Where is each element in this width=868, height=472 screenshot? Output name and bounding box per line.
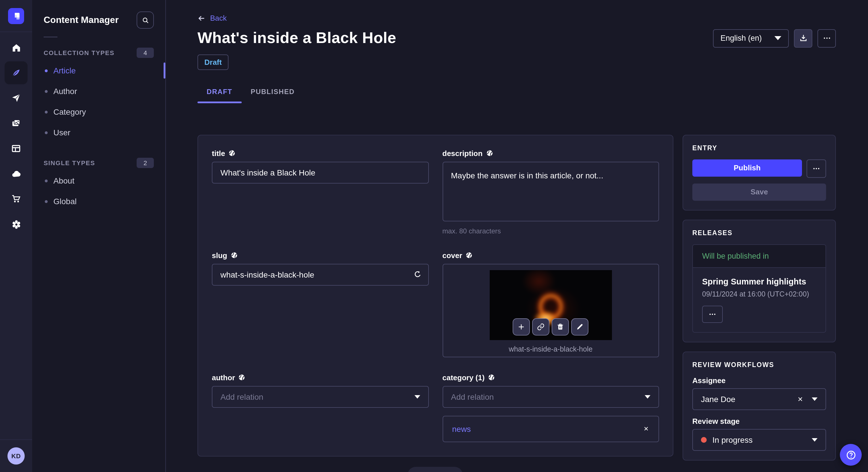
strapi-logo-glyph	[11, 11, 21, 21]
rail-item-releases[interactable]	[5, 87, 28, 109]
field-cover-label: cover	[442, 251, 462, 260]
sidebar-item-about[interactable]: About	[32, 170, 165, 191]
images-icon	[11, 118, 21, 129]
collapsed-component-pill[interactable]	[408, 467, 463, 472]
tab-label: DRAFT	[207, 88, 232, 96]
content-manager-sidebar: Content Manager COLLECTION TYPES 4 Artic…	[32, 0, 166, 472]
entry-panel: ENTRY Publish Save	[683, 134, 836, 210]
category-selected-item: news	[442, 415, 659, 442]
assignee-label: Assignee	[692, 376, 826, 384]
bullet-dot	[45, 90, 48, 93]
locale-select[interactable]: English (en)	[713, 29, 789, 47]
sidebar-divider	[43, 37, 57, 37]
sidebar-item-author[interactable]: Author	[32, 81, 165, 102]
review-panel-title: REVIEW WORKFLOWS	[692, 361, 826, 368]
rail-footer-divider	[0, 439, 32, 440]
category-relation-select[interactable]: Add relation	[442, 386, 659, 407]
tab-draft[interactable]: DRAFT	[197, 80, 241, 103]
release-status: Will be published in	[693, 245, 826, 268]
export-button[interactable]	[794, 29, 812, 47]
plus-icon	[518, 323, 526, 331]
strapi-logo[interactable]	[8, 8, 24, 24]
strapi-admin: KD Content Manager COLLECTION TYPES 4 Ar…	[0, 0, 868, 472]
cloud-icon	[11, 168, 22, 179]
bullet-dot	[45, 110, 48, 113]
cover-image-black-hole[interactable]	[490, 270, 612, 340]
back-link[interactable]: Back	[197, 14, 227, 22]
header-more-button[interactable]	[817, 29, 836, 47]
regenerate-slug-button[interactable]	[413, 270, 422, 278]
sidebar-item-article[interactable]: Article	[32, 60, 165, 81]
active-tab-underline	[197, 101, 241, 103]
sidebar-item-category[interactable]: Category	[32, 102, 165, 122]
trash-icon	[557, 323, 565, 331]
field-title: title	[212, 149, 429, 235]
clear-icon[interactable]	[797, 396, 804, 402]
cover-edit-button[interactable]	[571, 318, 589, 335]
publish-button[interactable]: Publish	[692, 159, 802, 176]
chevron-down-icon	[774, 36, 781, 40]
globe-icon	[488, 374, 495, 381]
release-more-button[interactable]	[702, 305, 723, 323]
review-stage-label: Review stage	[692, 417, 826, 425]
back-label: Back	[210, 14, 227, 22]
rail-item-content-type-builder[interactable]	[5, 137, 28, 160]
home-icon	[11, 43, 21, 53]
field-author-label: author	[212, 373, 235, 382]
sidebar-item-label: Global	[53, 197, 76, 206]
search-button[interactable]	[136, 11, 154, 29]
category-tag-link[interactable]: news	[452, 424, 471, 433]
chevron-down-icon	[812, 438, 817, 441]
version-tabs: DRAFT PUBLISHED	[197, 80, 836, 103]
cover-actions	[513, 318, 589, 335]
cover-add-button[interactable]	[513, 318, 530, 335]
save-button[interactable]: Save	[692, 183, 826, 200]
gear-icon	[11, 219, 22, 230]
slug-input[interactable]	[212, 264, 429, 285]
releases-panel: RELEASES Will be published in Spring Sum…	[683, 220, 836, 342]
entry-more-button[interactable]	[807, 159, 826, 177]
rail-item-home[interactable]	[5, 36, 28, 59]
help-button[interactable]	[840, 444, 862, 466]
layout-icon	[11, 143, 21, 154]
rail-item-content-manager[interactable]	[5, 61, 28, 84]
review-stage-select[interactable]: In progress	[692, 429, 826, 450]
sidebar-item-label: Author	[53, 87, 77, 96]
assignee-value: Jane Doe	[701, 394, 735, 403]
question-circle-icon	[845, 449, 856, 460]
title-input[interactable]	[212, 162, 429, 183]
back-arrow-icon	[197, 14, 206, 22]
releases-panel-title: RELEASES	[692, 229, 826, 236]
bullet-dot	[45, 131, 48, 134]
tab-label: PUBLISHED	[251, 88, 294, 96]
more-dots-icon	[812, 164, 820, 172]
description-textarea[interactable]: Maybe the answer is in this article, or …	[442, 162, 659, 221]
sidebar-item-label: Category	[53, 107, 86, 116]
assignee-select[interactable]: Jane Doe	[692, 388, 826, 410]
single-types-count-badge: 2	[136, 158, 154, 168]
sidebar-title: Content Manager	[43, 15, 119, 25]
cover-delete-button[interactable]	[552, 318, 569, 335]
field-slug: slug	[212, 251, 429, 357]
stage-value: In progress	[712, 435, 753, 444]
cover-caption: what-s-inside-a-black-hole	[443, 345, 658, 353]
close-icon[interactable]	[643, 426, 649, 432]
sidebar-item-global[interactable]: Global	[32, 191, 165, 212]
rail-item-settings[interactable]	[5, 213, 28, 236]
field-description-label: description	[442, 149, 483, 158]
refresh-icon	[413, 270, 422, 278]
rail-item-deploy[interactable]	[5, 162, 28, 185]
globe-icon	[228, 150, 236, 157]
cover-copy-link-button[interactable]	[532, 318, 550, 335]
user-avatar[interactable]: KD	[7, 447, 25, 465]
locale-value: English (en)	[720, 34, 762, 42]
rail-item-purchases[interactable]	[5, 188, 28, 210]
author-relation-select[interactable]: Add relation	[212, 386, 429, 407]
review-workflows-panel: REVIEW WORKFLOWS Assignee Jane Doe Revie…	[683, 351, 836, 460]
tab-published[interactable]: PUBLISHED	[241, 80, 304, 103]
field-slug-label: slug	[212, 251, 227, 260]
app-viewport: KD Content Manager COLLECTION TYPES 4 Ar…	[0, 0, 868, 472]
sidebar-item-user[interactable]: User	[32, 122, 165, 143]
rail-item-media-library[interactable]	[5, 112, 28, 135]
stage-status-dot	[701, 437, 707, 442]
